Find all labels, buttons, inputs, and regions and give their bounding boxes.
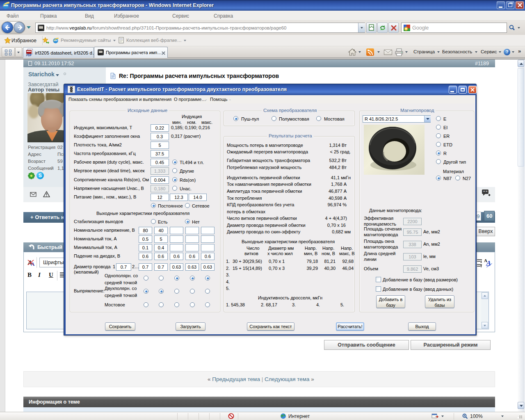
svg-text:“: “ [486, 190, 488, 194]
svg-text:“: “ [483, 190, 485, 194]
